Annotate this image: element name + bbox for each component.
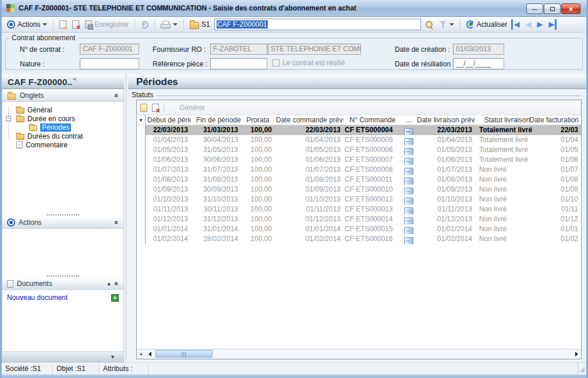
generate-button[interactable]: Générer	[179, 104, 205, 112]
ellipsis-button[interactable]: ...	[404, 227, 413, 234]
scrollbar-thumb[interactable]	[155, 350, 212, 358]
refresh-button[interactable]	[139, 20, 150, 30]
table-row[interactable]: 01/02/201428/02/2014100,0001/02/2014CF E…	[137, 234, 581, 244]
ellipsis-button-cell[interactable]: ...	[402, 145, 416, 155]
contract-no-field[interactable]: CAF F-Z000001	[80, 44, 139, 55]
cell-statut: Non livré	[475, 175, 539, 185]
ellipsis-button-cell[interactable]: ...	[402, 135, 416, 145]
ellipsis-button[interactable]: ...	[404, 138, 413, 145]
sort-arrow-icon[interactable]: ▲	[106, 281, 111, 287]
resize-grip[interactable]	[578, 363, 586, 375]
add-row-icon[interactable]	[140, 104, 147, 112]
close-button[interactable]: ×	[561, 3, 580, 14]
tree-item-periodes[interactable]: Périodes	[2, 123, 123, 132]
actualiser-button[interactable]: Actualiser	[465, 19, 509, 30]
sidebar-splitter[interactable]	[124, 73, 128, 362]
ellipsis-button[interactable]: ...	[404, 207, 413, 214]
scroll-left-button[interactable]	[146, 349, 154, 359]
column-header-fact[interactable]: Date facturation	[528, 116, 580, 124]
ellipsis-button-cell[interactable]: ...	[402, 234, 416, 244]
record-key-input[interactable]: CAF F-Z000001	[214, 19, 421, 30]
ellipsis-button[interactable]: ...	[404, 237, 413, 244]
tree-item-commentaire[interactable]: Commentaire	[2, 140, 123, 149]
new-record-button[interactable]	[58, 19, 68, 30]
add-column-button[interactable]: +	[137, 349, 146, 359]
table-row[interactable]: 01/04/201330/04/2013100,0001/04/2013CF E…	[137, 135, 581, 145]
table-row[interactable]: 01/06/201330/06/2013100,0001/06/2013CF E…	[137, 155, 581, 165]
maximize-button[interactable]	[544, 3, 561, 14]
table-row[interactable]: 01/01/201431/01/2014100,0001/01/2014CF E…	[137, 224, 581, 234]
company-button[interactable]: S1	[188, 19, 212, 30]
ellipsis-button-cell[interactable]: ...	[402, 175, 416, 185]
section-header-documents[interactable]: Documents ▲ «	[2, 277, 123, 290]
scroll-right-button[interactable]	[572, 349, 581, 359]
column-header-cmd_no[interactable]: N° Commande	[343, 116, 402, 124]
ellipsis-button[interactable]: ...	[404, 188, 413, 195]
ellipsis-button-cell[interactable]: ...	[402, 224, 416, 234]
column-header-prorata[interactable]: Prorata	[241, 116, 275, 124]
ellipsis-button[interactable]: ...	[404, 148, 413, 155]
ellipsis-button[interactable]: ...	[404, 168, 413, 175]
column-header-liv_date[interactable]: Date livraison prévue	[416, 116, 475, 124]
ellipsis-button-cell[interactable]: ...	[402, 125, 416, 135]
ellipsis-button-cell[interactable]: ...	[402, 155, 416, 165]
table-row[interactable]: 01/10/201331/10/2013100,0001/10/2013CF E…	[137, 195, 581, 204]
sidebar-bottom-bar[interactable]: ▼	[2, 351, 123, 362]
ellipsis-button[interactable]: ...	[404, 128, 413, 135]
delete-row-icon[interactable]	[152, 104, 159, 112]
save-button[interactable]: Enregistrer	[83, 19, 130, 30]
column-header-selector[interactable]: ▼	[137, 115, 146, 125]
tree-item-duree-en-cours[interactable]: − Durée en cours	[2, 114, 123, 123]
column-header-btn[interactable]: ...	[402, 116, 416, 124]
supplier-code-field[interactable]: F-ZABOTEL	[210, 44, 267, 55]
table-row[interactable]: 01/07/201331/07/2013100,0001/07/2013CF E…	[137, 165, 581, 175]
terminated-checkbox[interactable]	[272, 59, 279, 66]
filter-button[interactable]	[437, 19, 456, 30]
collapse-chevron-icon[interactable]: «	[113, 94, 121, 98]
nature-field[interactable]	[80, 58, 139, 69]
collapse-chevron-icon[interactable]: «	[113, 221, 121, 225]
tree-item-general[interactable]: Général	[2, 105, 123, 114]
minimize-button[interactable]: —	[526, 3, 543, 14]
ellipsis-button-cell[interactable]: ...	[402, 195, 416, 204]
ellipsis-button[interactable]: ...	[404, 197, 413, 204]
periods-table-panel: Générer ▼Début de périodeFin de périodeP…	[136, 100, 582, 359]
supplier-name-field[interactable]: STE TELEPHONIE ET COMMU	[268, 44, 361, 55]
search-button[interactable]	[423, 19, 435, 30]
reference-field[interactable]	[210, 58, 267, 69]
section-header-actions[interactable]: Actions «	[2, 216, 123, 229]
print-button[interactable]	[159, 20, 179, 30]
tree-expander-icon[interactable]: −	[6, 116, 11, 121]
ellipsis-button-cell[interactable]: ...	[402, 165, 416, 175]
sidebar-collapse-icon[interactable]: «	[73, 75, 76, 82]
scrollbar-track[interactable]	[154, 349, 572, 359]
ellipsis-button-cell[interactable]: ...	[402, 214, 416, 224]
creation-date-field[interactable]: 01/03/2013	[453, 44, 504, 55]
table-row[interactable]: 01/05/201331/05/2013100,0001/05/2013CF E…	[137, 145, 581, 155]
termination-date-field[interactable]: __/__/____	[453, 58, 504, 69]
column-header-debut[interactable]: Début de période	[146, 116, 191, 124]
table-row[interactable]: 01/08/201331/08/2013100,0001/08/2013CF E…	[137, 175, 581, 185]
new-document-link[interactable]: Nouveau document	[7, 294, 108, 302]
table-row[interactable]: 22/03/201331/03/2013100,0022/03/2013CF E…	[137, 125, 581, 135]
table-row[interactable]: 01/12/201331/12/2013100,0001/12/2013CF E…	[137, 214, 581, 224]
delete-record-button[interactable]	[70, 19, 81, 30]
tree-item-durees-du-contrat[interactable]: Durées du contrat	[2, 132, 123, 140]
ellipsis-button-cell[interactable]: ...	[402, 204, 416, 214]
ellipsis-button-cell[interactable]: ...	[402, 185, 416, 195]
nav-next-button[interactable]: ▶	[535, 19, 544, 30]
ellipsis-button[interactable]: ...	[404, 178, 413, 185]
table-row[interactable]: 01/11/201330/11/2013100,0001/11/2013CF E…	[137, 204, 581, 214]
nav-previous-button[interactable]: ◀	[523, 19, 533, 30]
section-header-onglets[interactable]: Onglets «	[2, 89, 123, 102]
ellipsis-button[interactable]: ...	[404, 217, 413, 224]
nav-last-button[interactable]: ▶	[547, 19, 557, 30]
nav-first-button[interactable]: ◀	[511, 19, 521, 30]
actions-menu-button[interactable]: Actions	[5, 19, 49, 30]
add-document-button[interactable]: +	[111, 294, 119, 302]
table-row[interactable]: 01/09/201330/09/2013100,0001/09/2013CF E…	[137, 185, 581, 195]
column-header-fin[interactable]: Fin de période	[191, 116, 241, 124]
column-header-cmd_date[interactable]: Date commande prévue	[275, 116, 343, 124]
collapse-chevron-icon[interactable]: «	[113, 282, 121, 286]
ellipsis-button[interactable]: ...	[404, 158, 413, 165]
